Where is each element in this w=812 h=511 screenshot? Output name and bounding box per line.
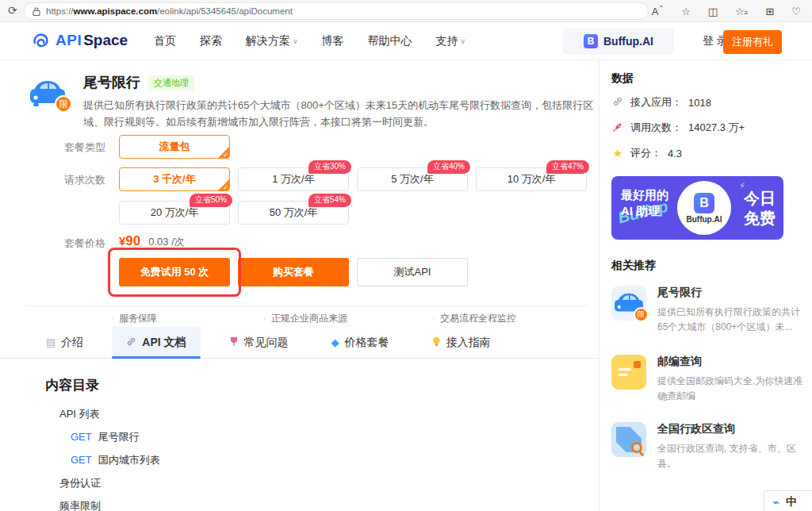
map-search-icon xyxy=(611,422,646,457)
discount-badge: 立省47% xyxy=(546,160,589,174)
nav-support[interactable]: 支持∨ xyxy=(436,34,466,48)
related-item-restriction[interactable]: 限 尾号限行 提供已知所有执行限行政策的共计65个大城市（800+个区域）未..… xyxy=(611,286,804,335)
related-desc: 全国行政区查询, 支持省、市、区县。 xyxy=(657,441,804,471)
logo-text-space: Space xyxy=(83,32,128,49)
read-aloud-icon[interactable]: A⌃ xyxy=(652,5,664,17)
toc-title: 内容目录 xyxy=(45,376,160,394)
related-desc: 提供全国邮政编码大全,为你快速准确查邮编 xyxy=(657,374,804,404)
category-tag[interactable]: 交通地理 xyxy=(148,75,194,90)
option-500k-per-year[interactable]: 50 万次/年 立省54% xyxy=(238,201,349,225)
browser-toolbar: ⟳ https://www.apispace.com/eolink/api/53… xyxy=(0,0,812,22)
product-icon: 限 xyxy=(26,71,69,114)
buffup-promo-banner[interactable]: 最好用的 AI 助理 Buffup B Buffup.AI ⚡ 今日 免费 xyxy=(611,176,783,240)
discount-badge: 立省30% xyxy=(308,160,351,174)
apispace-logo[interactable]: API Space xyxy=(32,31,128,50)
url-scheme: https:// xyxy=(46,6,74,16)
option-10k-per-year[interactable]: 1 万次/年 立省30% xyxy=(238,167,349,191)
url-path: /eolink/api/5345645/apiDocument xyxy=(157,6,293,16)
tab-guide[interactable]: 接入指南 xyxy=(418,327,505,358)
diamond-icon: ◆ xyxy=(331,337,339,348)
tab-faq[interactable]: 常见问题 xyxy=(215,327,303,358)
package-type-label: 套餐类型 xyxy=(26,140,105,155)
collections-icon[interactable]: ⊞ xyxy=(765,6,774,17)
envelope-icon xyxy=(611,355,646,390)
split-screen-icon[interactable]: ◫ xyxy=(708,6,718,17)
related-title: 全国行政区查询 xyxy=(657,422,804,436)
product-title: 尾号限行 xyxy=(83,73,140,92)
buffup-ai-entry[interactable]: B Buffup.AI xyxy=(563,28,674,55)
option-50k-per-year[interactable]: 5 万次/年 立省40% xyxy=(357,167,468,191)
link-icon xyxy=(611,96,624,110)
car-icon: 限 xyxy=(611,286,646,321)
toc-auth[interactable]: 身份认证 xyxy=(45,476,160,490)
lightbulb-icon xyxy=(432,336,441,348)
toc-rate-limit[interactable]: 频率限制 xyxy=(45,499,160,511)
address-bar[interactable]: https://www.apispace.com/eolink/api/5345… xyxy=(24,2,649,20)
nav-solutions[interactable]: 解决方案∨ xyxy=(246,34,298,48)
check-icon: ✓ xyxy=(223,152,228,159)
stat-value: 1018 xyxy=(688,97,711,109)
browser-action-icons: A⌃ ☆ ◫ ☆≡ ⊞ ♡ xyxy=(652,0,801,22)
buy-package-button[interactable]: 购买套餐 xyxy=(238,258,349,286)
lock-icon xyxy=(33,7,40,16)
nav-home[interactable]: 首页 xyxy=(154,34,176,48)
toc-api-list[interactable]: API 列表 xyxy=(45,407,160,421)
option-200k-per-year[interactable]: 20 万次/年 立省50% xyxy=(119,201,230,225)
right-sidebar: 数据 接入应用：1018 调用次数：14027.3 万+ ★ 评分：4.3 最好… xyxy=(599,60,812,511)
ime-language: 中 xyxy=(786,495,797,509)
guarantee-service: ·服务保障 xyxy=(111,312,157,325)
free-trial-button[interactable]: 免费试用 50 次 xyxy=(119,258,230,286)
banner-left-text: 最好用的 AI 助理 xyxy=(621,187,668,219)
ime-indicator[interactable]: ⌁ 中 xyxy=(764,490,812,511)
refresh-icon[interactable]: ⟳ xyxy=(8,4,17,17)
discount-badge: 立省40% xyxy=(427,160,470,174)
data-section-title: 数据 xyxy=(611,71,634,86)
guarantee-source: ·正规企业商品来源 xyxy=(263,312,347,325)
tab-bar: ▤ 介绍 API 文档 常见问题 ◆ 价格套餐 接入指南 xyxy=(0,327,599,359)
option-100k-per-year[interactable]: 10 万次/年 立省47% xyxy=(476,167,587,191)
chevron-down-icon: ∨ xyxy=(461,37,466,45)
related-item-zipcode[interactable]: 邮编查询 提供全国邮政编码大全,为你快速准确查邮编 xyxy=(611,355,804,404)
star-icon: ★ xyxy=(611,147,624,159)
price-value: ¥900.03 /次 xyxy=(119,233,185,249)
related-title: 尾号限行 xyxy=(657,286,804,300)
logo-text-api: API xyxy=(56,32,82,49)
check-icon: ✓ xyxy=(223,184,228,191)
favorite-star-icon[interactable]: ☆ xyxy=(681,6,691,17)
content-directory: 内容目录 API 列表 GET尾号限行 GET国内城市列表 身份认证 频率限制 … xyxy=(45,376,160,511)
request-count-label: 请求次数 xyxy=(26,173,105,187)
rocket-icon xyxy=(611,121,624,135)
package-type-option-selected[interactable]: 流量包✓ xyxy=(119,135,230,159)
nav-explore[interactable]: 探索 xyxy=(200,34,222,48)
buffup-logo-icon: B xyxy=(584,34,598,48)
related-item-districts[interactable]: 全国行政区查询 全国行政区查询, 支持省、市、区县。 xyxy=(611,422,804,471)
main-content: 限 尾号限行 交通地理 提供已知所有执行限行政策的共计65个大城市（800+个区… xyxy=(0,60,599,511)
stat-connected-apps: 接入应用：1018 xyxy=(611,95,711,110)
tab-api-doc[interactable]: API 文档 xyxy=(112,327,200,358)
toc-get-city-list[interactable]: GET国内城市列表 xyxy=(45,453,160,467)
discount-badge: 立省50% xyxy=(190,194,232,207)
nav-blog[interactable]: 博客 xyxy=(322,34,344,48)
toc-get-restriction[interactable]: GET尾号限行 xyxy=(45,430,160,444)
nav-help-center[interactable]: 帮助中心 xyxy=(368,34,412,48)
document-icon: ▤ xyxy=(46,337,56,348)
register-button[interactable]: 注册有礼 xyxy=(723,30,782,54)
link-icon xyxy=(126,336,136,348)
stat-call-count: 调用次数：14027.3 万+ xyxy=(611,121,745,135)
http-method: GET xyxy=(71,454,92,466)
url-text: https://www.apispace.com/eolink/api/5345… xyxy=(46,6,293,16)
banner-right-text: 今日 免费 xyxy=(744,189,776,229)
site-header: API Space 首页 探索 解决方案∨ 博客 帮助中心 支持∨ B Buff… xyxy=(0,22,812,60)
related-desc: 提供已知所有执行限行政策的共计65个大城市（800+个区域）未... xyxy=(657,305,804,335)
tab-intro[interactable]: ▤ 介绍 xyxy=(32,327,98,358)
option-3k-per-year[interactable]: 3 千次/年✓ xyxy=(119,167,230,191)
guarantee-monitor: ·交易流程全程监控 xyxy=(432,312,516,325)
favorites-list-icon[interactable]: ☆≡ xyxy=(735,6,748,17)
stat-rating: ★ 评分：4.3 xyxy=(611,146,682,160)
stat-value: 4.3 xyxy=(668,148,682,159)
browser-essentials-icon[interactable]: ♡ xyxy=(791,6,801,17)
test-api-button[interactable]: 测试API xyxy=(357,258,468,286)
tab-pricing[interactable]: ◆ 价格套餐 xyxy=(317,327,404,358)
product-description: 提供已知所有执行限行政策的共计65个大城市（800+个区域）未来15天的机动车尾… xyxy=(83,97,595,130)
related-title: 邮编查询 xyxy=(657,355,804,369)
